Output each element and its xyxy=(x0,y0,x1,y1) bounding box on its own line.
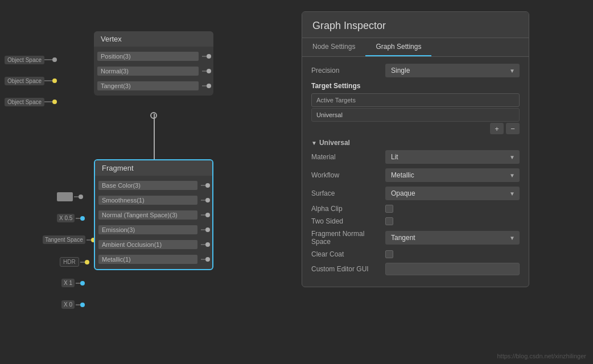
universal-item[interactable]: Universal xyxy=(311,108,520,122)
inspector-body: Precision Single ▼ Target Settings Activ… xyxy=(302,57,529,287)
wire-dot-top xyxy=(150,112,157,119)
frag-port-name-4: Ambient Occlusion(1) xyxy=(98,240,197,249)
frag-port-name-3: Emission(3) xyxy=(98,225,197,234)
frag-right-dot-0 xyxy=(205,183,210,188)
vertex-port-name-1: Normal(3) xyxy=(97,67,199,76)
alpha-clip-label: Alpha Clip xyxy=(311,205,385,213)
vertex-node-title: Vertex xyxy=(94,31,213,47)
frag-port-row-1: Smoothness(1) xyxy=(95,193,212,208)
fragment-normal-dropdown-container: Tangent ▼ xyxy=(385,231,520,245)
vertex-port-name-0: Position(3) xyxy=(97,52,199,61)
vertex-right-dot-2 xyxy=(207,84,211,88)
inspector-panel: Graph Inspector Node Settings Graph Sett… xyxy=(302,11,529,287)
custom-editor-row: Custom Editor GUI xyxy=(311,263,520,275)
frag-port-row-5: Metallic(1) xyxy=(95,252,212,267)
surface-label: Surface xyxy=(311,189,385,197)
frag-port-row-0: Base Color(3) xyxy=(95,178,212,193)
two-sided-label: Two Sided xyxy=(311,217,385,225)
two-sided-row: Two Sided xyxy=(311,217,520,225)
precision-row: Precision Single ▼ xyxy=(311,64,520,77)
clear-coat-label: Clear Coat xyxy=(311,250,385,258)
frag-port-row-3: Emission(3) xyxy=(95,222,212,237)
remove-target-button[interactable]: − xyxy=(506,123,520,134)
frag-left-1: X 0.5 xyxy=(57,214,85,222)
universal-section-header: ▼ Universal xyxy=(311,139,520,147)
workflow-dropdown[interactable]: Metallic xyxy=(385,168,520,182)
vertex-port-row-tangent: Tangent(3) xyxy=(94,78,213,93)
frag-port-row-2: Normal (Tangent Space)(3) xyxy=(95,208,212,222)
frag-left-5: X 0 xyxy=(61,300,85,309)
material-label: Material xyxy=(311,153,385,161)
fragment-normal-dropdown[interactable]: Tangent xyxy=(385,231,520,245)
workflow-row: Workflow Metallic ▼ xyxy=(311,168,520,182)
inspector-tabs: Node Settings Graph Settings xyxy=(302,38,529,57)
workflow-dropdown-container: Metallic ▼ xyxy=(385,168,520,182)
frag-left-3: HDR xyxy=(60,257,89,267)
custom-editor-input[interactable] xyxy=(385,263,520,275)
vertex-port-row-normal: Normal(3) xyxy=(94,64,213,78)
clear-coat-checkbox[interactable] xyxy=(385,250,393,258)
material-dropdown-container: Lit ▼ xyxy=(385,150,520,164)
frag-left-2: Tangent Space xyxy=(43,235,96,244)
clear-coat-row: Clear Coat xyxy=(311,250,520,258)
fragment-normal-label: Fragment Normal Space xyxy=(311,230,385,246)
precision-label: Precision xyxy=(311,67,385,75)
vertex-port-label-1: Object Space xyxy=(5,77,44,85)
alpha-clip-row: Alpha Clip xyxy=(311,205,520,213)
two-sided-checkbox[interactable] xyxy=(385,217,393,225)
frag-port-name-0: Base Color(3) xyxy=(98,181,197,190)
fragment-node-title: Fragment xyxy=(95,160,212,176)
frag-left-0 xyxy=(57,192,83,201)
frag-right-dot-1 xyxy=(205,198,210,202)
watermark: https://blog.csdn.net/xinzhilinger xyxy=(497,353,586,359)
precision-dropdown[interactable]: Single xyxy=(385,64,520,77)
add-remove-row: + − xyxy=(311,123,520,134)
vertex-port-dot-2 xyxy=(52,100,57,104)
material-row: Material Lit ▼ xyxy=(311,150,520,164)
fragment-normal-row: Fragment Normal Space Tangent ▼ xyxy=(311,230,520,246)
frag-right-dot-5 xyxy=(205,257,210,262)
vertex-port-label-2: Object Space xyxy=(5,98,44,106)
material-dropdown[interactable]: Lit xyxy=(385,150,520,164)
vertex-port-label-0: Object Space xyxy=(5,56,44,64)
vertex-right-dot-1 xyxy=(207,69,211,73)
vertex-port-row-position: Position(3) xyxy=(94,49,213,64)
vertex-left-inputs-1: Object Space xyxy=(5,73,57,89)
active-targets-box: Active Targets xyxy=(311,93,520,107)
alpha-clip-checkbox[interactable] xyxy=(385,205,393,213)
vertex-right-dot-0 xyxy=(207,54,211,59)
vertex-left-inputs-2: Object Space xyxy=(5,94,57,110)
graph-canvas: Object Space Object Space Object Space V… xyxy=(0,0,296,364)
frag-left-4: X 1 xyxy=(61,279,85,287)
add-target-button[interactable]: + xyxy=(490,123,504,134)
frag-port-name-2: Normal (Tangent Space)(3) xyxy=(98,210,197,220)
frag-port-row-4: Ambient Occlusion(1) xyxy=(95,237,212,252)
surface-row: Surface Opaque ▼ xyxy=(311,187,520,200)
surface-dropdown-container: Opaque ▼ xyxy=(385,187,520,200)
universal-section-label: Universal xyxy=(319,139,350,147)
tab-node-settings[interactable]: Node Settings xyxy=(302,38,365,56)
custom-editor-label: Custom Editor GUI xyxy=(311,265,385,273)
frag-right-dot-2 xyxy=(205,213,210,217)
frag-right-dot-4 xyxy=(205,242,210,247)
vertex-port-dot-1 xyxy=(52,78,57,83)
vertex-port-name-2: Tangent(3) xyxy=(97,81,199,90)
frag-port-name-1: Smoothness(1) xyxy=(98,196,197,205)
inspector-title: Graph Inspector xyxy=(302,12,529,38)
precision-dropdown-container: Single ▼ xyxy=(385,64,520,77)
fragment-node: Fragment Base Color(3) Smoothness(1) Nor… xyxy=(94,159,213,270)
vertex-left-inputs: Object Space xyxy=(5,52,57,67)
vertex-node: Vertex Position(3) Normal(3) Tangent(3) xyxy=(94,31,213,96)
vertex-port-dot-0 xyxy=(52,57,57,62)
frag-port-name-5: Metallic(1) xyxy=(98,255,197,264)
frag-right-dot-3 xyxy=(205,228,210,232)
workflow-label: Workflow xyxy=(311,171,385,179)
target-settings-label: Target Settings xyxy=(311,82,520,90)
tab-graph-settings[interactable]: Graph Settings xyxy=(365,38,431,56)
chevron-down-icon: ▼ xyxy=(311,140,317,146)
surface-dropdown[interactable]: Opaque xyxy=(385,187,520,200)
